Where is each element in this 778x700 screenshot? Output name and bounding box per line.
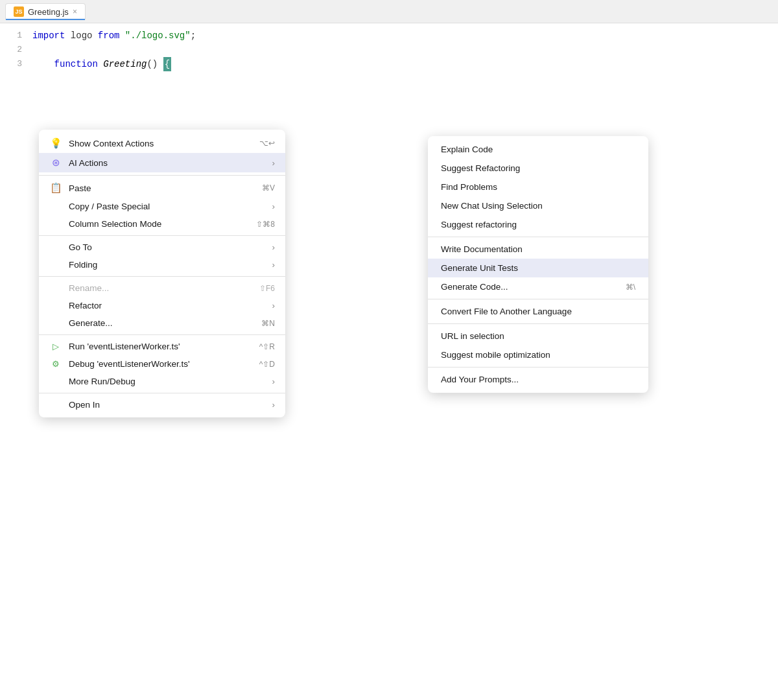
menu-item-label: Debug 'eventListenerWorker.ts' bbox=[69, 359, 253, 369]
submenu-item-label: URL in selection bbox=[441, 331, 635, 341]
menu-item-label: More Run/Debug bbox=[69, 377, 261, 386]
line-number: 3 bbox=[0, 57, 32, 71]
menu-item-shortcut: ⌘N bbox=[261, 319, 275, 328]
menu-item-shortcut: ⌘V bbox=[262, 183, 275, 192]
submenu-arrow-icon: › bbox=[272, 260, 276, 270]
code-content: function Greeting() { bbox=[32, 57, 171, 71]
submenu-arrow-icon: › bbox=[272, 242, 276, 252]
menu-item-rename[interactable]: Rename... ⇧F6 bbox=[39, 279, 285, 297]
lightbulb-icon: 💡 bbox=[49, 137, 62, 149]
menu-item-label: Folding bbox=[69, 260, 261, 270]
menu-item-label: Run 'eventListenerWorker.ts' bbox=[69, 342, 253, 351]
submenu-item-label: Generate Code... bbox=[441, 282, 626, 292]
submenu-arrow-icon: › bbox=[272, 202, 276, 211]
tab-filename: Greeting.js bbox=[28, 7, 69, 17]
code-content: import logo from "./logo.svg"; bbox=[32, 29, 196, 43]
menu-item-go-to[interactable]: Go To › bbox=[39, 239, 285, 256]
submenu-item-label: Generate Unit Tests bbox=[441, 263, 635, 273]
menu-item-label: Generate... bbox=[69, 318, 255, 328]
code-line-3: 3 function Greeting() { bbox=[0, 57, 778, 71]
code-line-2: 2 bbox=[0, 43, 778, 57]
ai-actions-submenu: Explain Code Suggest Refactoring Find Pr… bbox=[428, 136, 648, 393]
editor-container: JS Greeting.js × 1 import logo from "./l… bbox=[0, 0, 778, 700]
submenu-separator bbox=[428, 367, 648, 368]
menu-separator bbox=[39, 334, 285, 335]
menu-item-refactor[interactable]: Refactor › bbox=[39, 297, 285, 314]
menu-separator bbox=[39, 235, 285, 236]
menu-item-label: Paste bbox=[69, 183, 255, 193]
submenu-item-find-problems[interactable]: Find Problems bbox=[428, 178, 648, 196]
submenu-item-label: Suggest mobile optimization bbox=[441, 350, 635, 360]
line-number: 2 bbox=[0, 43, 32, 57]
submenu-item-generate-code[interactable]: Generate Code... ⌘\ bbox=[428, 277, 648, 296]
submenu-item-label: Write Documentation bbox=[441, 244, 635, 254]
menu-item-open-in[interactable]: Open In › bbox=[39, 396, 285, 414]
menu-item-label: Refactor bbox=[69, 301, 261, 310]
submenu-separator bbox=[428, 323, 648, 324]
submenu-arrow-icon: › bbox=[272, 377, 276, 386]
menu-item-label: Rename... bbox=[69, 283, 253, 293]
menu-separator bbox=[39, 175, 285, 176]
submenu-item-shortcut: ⌘\ bbox=[626, 283, 635, 292]
submenu-item-suggest-refactoring-2[interactable]: Suggest refactoring bbox=[428, 215, 648, 234]
js-file-icon: JS bbox=[14, 6, 24, 17]
submenu-separator bbox=[428, 299, 648, 299]
submenu-arrow-icon: › bbox=[272, 400, 276, 410]
submenu-item-label: Add Your Prompts... bbox=[441, 375, 635, 384]
submenu-item-suggest-refactoring[interactable]: Suggest Refactoring bbox=[428, 159, 648, 178]
menu-item-generate[interactable]: Generate... ⌘N bbox=[39, 314, 285, 332]
menu-item-shortcut: ⇧⌘8 bbox=[256, 220, 275, 229]
menu-item-label: Copy / Paste Special bbox=[69, 202, 261, 211]
menu-item-label: AI Actions bbox=[69, 158, 261, 168]
submenu-item-label: Suggest refactoring bbox=[441, 220, 635, 229]
menu-item-label: Column Selection Mode bbox=[69, 219, 250, 229]
submenu-item-explain-code[interactable]: Explain Code bbox=[428, 140, 648, 159]
context-menu: 💡 Show Context Actions ⌥↩ ⊛ AI Actions ›… bbox=[39, 130, 285, 417]
menu-item-more-run-debug[interactable]: More Run/Debug › bbox=[39, 373, 285, 390]
menu-item-shortcut: ⌥↩ bbox=[259, 139, 275, 148]
submenu-item-label: Find Problems bbox=[441, 182, 635, 192]
submenu-item-generate-unit-tests[interactable]: Generate Unit Tests bbox=[428, 259, 648, 277]
line-number: 1 bbox=[0, 29, 32, 43]
debug-icon: ⚙ bbox=[49, 359, 62, 369]
submenu-arrow-icon: › bbox=[272, 301, 276, 310]
submenu-item-label: Explain Code bbox=[441, 145, 635, 154]
menu-item-paste[interactable]: 📋 Paste ⌘V bbox=[39, 178, 285, 198]
code-editor[interactable]: 1 import logo from "./logo.svg"; 2 3 fun… bbox=[0, 23, 778, 76]
submenu-item-label: Suggest Refactoring bbox=[441, 163, 635, 173]
menu-item-shortcut: ^⇧D bbox=[259, 360, 275, 369]
menu-separator bbox=[39, 393, 285, 393]
submenu-item-label: New Chat Using Selection bbox=[441, 201, 635, 211]
submenu-item-write-docs[interactable]: Write Documentation bbox=[428, 240, 648, 259]
menu-item-shortcut: ⇧F6 bbox=[259, 284, 275, 293]
menu-item-debug[interactable]: ⚙ Debug 'eventListenerWorker.ts' ^⇧D bbox=[39, 355, 285, 373]
submenu-separator bbox=[428, 237, 648, 237]
menu-item-label: Show Context Actions bbox=[69, 139, 253, 148]
code-content bbox=[32, 43, 38, 57]
code-line-1: 1 import logo from "./logo.svg"; bbox=[0, 29, 778, 43]
submenu-item-url-in-selection[interactable]: URL in selection bbox=[428, 327, 648, 345]
menu-item-run[interactable]: ▷ Run 'eventListenerWorker.ts' ^⇧R bbox=[39, 338, 285, 355]
submenu-item-label: Convert File to Another Language bbox=[441, 307, 635, 316]
tab-greeting-js[interactable]: JS Greeting.js × bbox=[5, 3, 86, 19]
run-icon: ▷ bbox=[49, 342, 62, 351]
menu-item-folding[interactable]: Folding › bbox=[39, 256, 285, 274]
submenu-arrow-icon: › bbox=[272, 158, 276, 168]
submenu-item-convert-file[interactable]: Convert File to Another Language bbox=[428, 302, 648, 321]
tab-active-indicator bbox=[6, 19, 85, 20]
menu-item-ai-actions[interactable]: ⊛ AI Actions › bbox=[39, 153, 285, 172]
ai-spiral-icon: ⊛ bbox=[49, 157, 62, 169]
tab-bar: JS Greeting.js × bbox=[0, 0, 778, 23]
menu-item-column-selection[interactable]: Column Selection Mode ⇧⌘8 bbox=[39, 215, 285, 233]
submenu-item-new-chat[interactable]: New Chat Using Selection bbox=[428, 196, 648, 215]
submenu-item-suggest-mobile[interactable]: Suggest mobile optimization bbox=[428, 345, 648, 364]
menu-item-label: Open In bbox=[69, 400, 261, 410]
menu-item-show-context-actions[interactable]: 💡 Show Context Actions ⌥↩ bbox=[39, 134, 285, 153]
submenu-item-add-prompts[interactable]: Add Your Prompts... bbox=[428, 370, 648, 389]
menu-separator bbox=[39, 276, 285, 277]
tab-close-button[interactable]: × bbox=[73, 7, 77, 16]
menu-item-shortcut: ^⇧R bbox=[259, 342, 275, 351]
menu-item-copy-paste-special[interactable]: Copy / Paste Special › bbox=[39, 198, 285, 215]
menu-item-label: Go To bbox=[69, 242, 261, 252]
clipboard-icon: 📋 bbox=[49, 182, 62, 194]
